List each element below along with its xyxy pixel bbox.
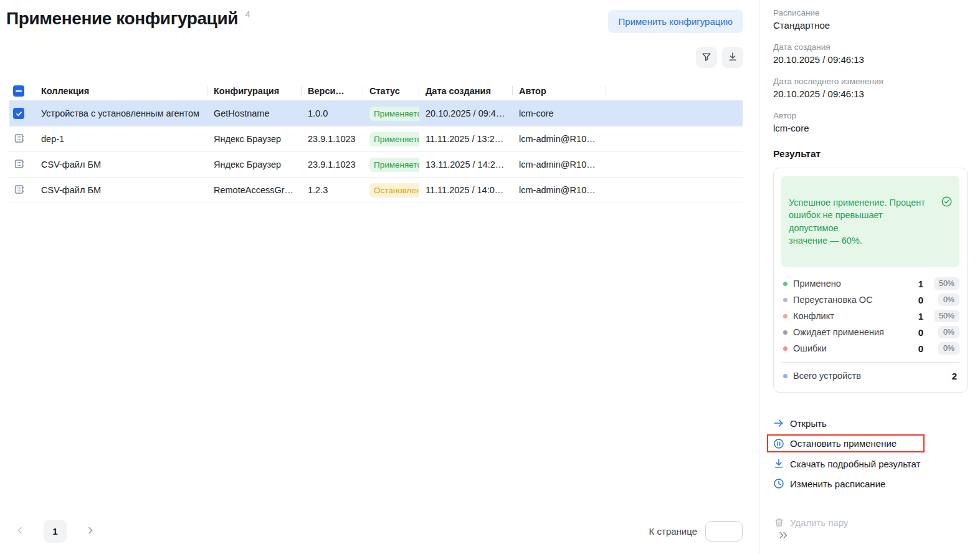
arrow-right-icon <box>773 418 784 429</box>
cell-configuration: Яндекс Браузер <box>207 160 302 170</box>
cell-version: 1.0.0 <box>302 108 363 118</box>
goto-page-input[interactable] <box>705 521 743 542</box>
cell-configuration: Яндекс Браузер <box>207 134 302 144</box>
detail-field-modified: Дата последнего изменения 20.10.2025 / 0… <box>773 77 968 99</box>
collection-icon <box>13 183 26 198</box>
column-header-author[interactable]: Автор <box>513 81 606 100</box>
status-dot <box>783 374 787 378</box>
table-row[interactable]: dep-1 Яндекс Браузер 23.9.1.1023 Применя… <box>9 127 743 152</box>
collection-icon <box>13 132 26 146</box>
download-result-action[interactable]: Скачать подробный результат <box>773 454 968 474</box>
edit-schedule-action[interactable]: Изменить расписание <box>773 474 968 494</box>
column-header-collection[interactable]: Коллекция <box>35 81 207 100</box>
table-header-row: Коллекция Конфигурация Верси… Статус Дат… <box>9 81 743 101</box>
configurations-table: Коллекция Конфигурация Верси… Статус Дат… <box>9 81 743 203</box>
column-header-empty <box>606 81 743 100</box>
cell-created: 20.10.2025 / 09:4… <box>419 108 513 118</box>
cell-configuration: RemoteAccessGr… <box>207 185 302 195</box>
double-chevron-right-icon <box>778 532 789 542</box>
stop-apply-action[interactable]: Остановить применение <box>767 434 925 452</box>
cell-created: 11.11.2025 / 14:0… <box>419 185 513 195</box>
table-row[interactable]: CSV-файл БМ RemoteAccessGr… 1.2.3 Остано… <box>9 178 743 203</box>
status-badge: Применяется <box>369 132 419 146</box>
prev-page-button[interactable] <box>9 520 31 542</box>
result-section-title: Результат <box>773 148 968 160</box>
percent-badge: 50% <box>934 310 959 322</box>
details-panel: Расписание Стандартное Дата создания 20.… <box>759 0 980 554</box>
detail-field-schedule: Расписание Стандартное <box>773 8 968 31</box>
divider <box>781 362 959 363</box>
main-content: Применение конфигураций 4 Применить конф… <box>0 0 759 554</box>
collection-icon <box>13 158 26 172</box>
cell-collection: Устройства с установленным агентом <box>35 108 207 118</box>
table-row[interactable]: Устройства с установленным агентом GetHo… <box>9 101 743 127</box>
detail-field-author: Автор lcm-core <box>773 111 968 133</box>
result-card: Успешное применение. Процент ошибок не п… <box>773 168 968 393</box>
check-circle-icon <box>941 183 953 211</box>
stat-row-os-reinstall: Переустановка ОС 0 0% <box>781 292 959 308</box>
stat-row-total-devices: Всего устройств 2 <box>781 367 959 384</box>
chevron-left-icon <box>15 525 25 537</box>
success-alert: Успешное применение. Процент ошибок не п… <box>781 176 959 267</box>
status-badge: Применяется <box>369 158 419 172</box>
download-table-button[interactable] <box>722 47 743 68</box>
pause-circle-icon <box>773 438 784 449</box>
column-header-version[interactable]: Верси… <box>302 81 363 100</box>
apply-configuration-button[interactable]: Применить конфигурацию <box>608 10 743 33</box>
download-icon <box>727 51 738 64</box>
table-row[interactable]: CSV-файл БМ Яндекс Браузер 23.9.1.1023 П… <box>9 152 743 178</box>
delete-pair-action[interactable]: Удалить пару <box>773 512 968 532</box>
goto-page-label: К странице <box>649 526 697 537</box>
status-badge: Остановлено <box>369 183 419 198</box>
cell-collection: CSV-файл БМ <box>35 185 207 195</box>
next-page-button[interactable] <box>80 520 101 542</box>
column-header-created[interactable]: Дата создания <box>419 81 513 100</box>
field-label: Расписание <box>773 8 968 17</box>
cell-created: 11.11.2025 / 13:2… <box>419 134 513 144</box>
cell-status: Применяется <box>363 158 419 172</box>
trash-icon <box>773 517 784 528</box>
field-value: lcm-core <box>773 123 968 133</box>
field-label: Дата создания <box>773 42 968 52</box>
percent-badge: 50% <box>934 277 959 290</box>
page-count-badge: 4 <box>245 9 250 19</box>
cell-status: Остановлено <box>363 183 419 198</box>
pagination: 1 К странице <box>9 520 743 542</box>
row-checkbox-checked[interactable] <box>13 108 24 119</box>
cell-author: lcm-core <box>513 108 606 118</box>
status-dot <box>783 346 787 351</box>
cell-collection: CSV-файл БМ <box>35 160 207 170</box>
filter-button[interactable] <box>696 47 717 68</box>
status-dot <box>783 330 787 335</box>
funnel-icon <box>701 51 712 64</box>
percent-badge: 0% <box>938 294 959 306</box>
column-header-configuration[interactable]: Конфигурация <box>207 81 302 100</box>
cell-version: 1.2.3 <box>302 185 363 195</box>
cell-author: lcm-admin@R10… <box>513 134 606 144</box>
select-all-checkbox[interactable] <box>13 85 24 97</box>
stat-row-pending: Ожидает применения 0 0% <box>781 324 959 340</box>
cell-author: lcm-admin@R10… <box>513 185 606 195</box>
cell-status: Применяется <box>363 107 419 121</box>
cell-status: Применяется <box>363 132 419 146</box>
column-header-status[interactable]: Статус <box>363 81 419 100</box>
cell-version: 23.9.1.1023 <box>302 160 363 170</box>
field-label: Автор <box>773 111 968 120</box>
stat-row-applied: Применено 1 50% <box>781 275 959 292</box>
clock-icon <box>773 478 784 489</box>
select-all-cell <box>9 81 35 100</box>
cell-configuration: GetHostname <box>207 108 302 118</box>
status-dot <box>783 298 787 302</box>
result-stats: Применено 1 50% Переустановка ОС 0 0% Ко… <box>781 275 959 356</box>
field-value: Стандартное <box>773 20 968 31</box>
cell-created: 13.11.2025 / 14:2… <box>419 160 513 170</box>
page-number-button[interactable]: 1 <box>44 520 67 543</box>
percent-badge: 0% <box>938 326 959 338</box>
stat-row-errors: Ошибки 0 0% <box>781 340 959 356</box>
collapse-panel-button[interactable] <box>778 531 789 542</box>
cell-collection: dep-1 <box>35 134 207 144</box>
open-action[interactable]: Открыть <box>773 413 968 433</box>
status-dot <box>783 282 787 286</box>
cell-version: 23.9.1.1023 <box>302 134 363 144</box>
cell-author: lcm-admin@R10… <box>513 160 606 170</box>
